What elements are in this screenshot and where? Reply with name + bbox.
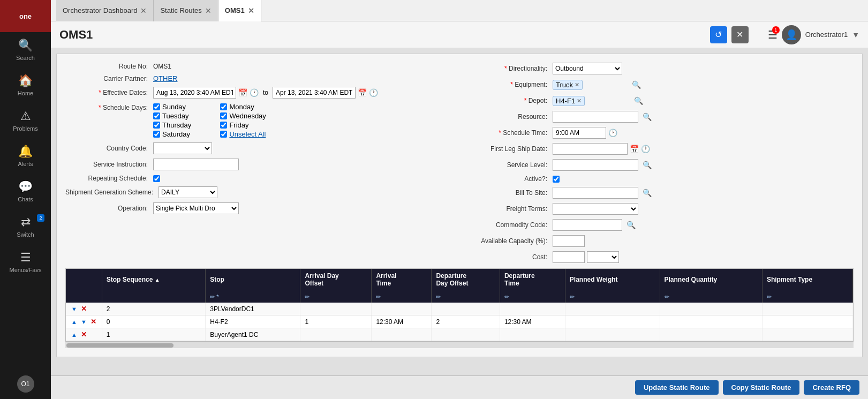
carrier-partner-value[interactable]: OTHER	[153, 74, 178, 82]
schedule-time-input[interactable]	[553, 127, 606, 139]
notification-icon[interactable]: ☰ 1	[768, 28, 778, 41]
directionality-label: Directionality:	[465, 65, 550, 72]
scroll-thumb[interactable]	[66, 343, 173, 348]
resource-search-icon[interactable]: 🔍	[643, 112, 652, 121]
equipment-chip-remove[interactable]: ✕	[575, 81, 579, 88]
bill-to-site-search-icon[interactable]: 🔍	[643, 189, 652, 197]
update-static-route-button[interactable]: Update Static Route	[635, 380, 719, 395]
row-down-button[interactable]: ▼	[70, 306, 78, 312]
close-button[interactable]: ✕	[731, 26, 749, 43]
subheader-arrival-day: ✏	[300, 290, 372, 303]
tab-close-icon[interactable]: ✕	[205, 7, 212, 14]
sidebar-item-switch[interactable]: ⇄ Switch 2	[0, 209, 51, 244]
service-level-input[interactable]	[553, 159, 638, 171]
row-planned-weight	[565, 315, 660, 328]
active-checkbox[interactable]	[553, 176, 560, 183]
tab-oms1[interactable]: OMS1 ✕	[218, 0, 261, 21]
row-down-button[interactable]: ▼	[80, 319, 88, 325]
resource-input[interactable]	[553, 111, 638, 123]
tab-close-icon[interactable]: ✕	[248, 7, 254, 14]
effective-date-to[interactable]	[273, 87, 356, 99]
tab-close-icon[interactable]: ✕	[140, 7, 147, 14]
edit-departure-day-icon[interactable]: ✏	[436, 293, 441, 300]
depot-input[interactable]	[587, 95, 630, 107]
edit-arrival-time-icon[interactable]: ✏	[376, 293, 381, 300]
freight-terms-select[interactable]	[553, 203, 638, 215]
edit-planned-weight-icon[interactable]: ✏	[570, 293, 575, 300]
first-leg-calendar-icon[interactable]: 📅	[630, 145, 639, 153]
repeating-schedule-checkbox[interactable]	[153, 175, 160, 182]
commodity-code-input[interactable]	[553, 219, 622, 231]
operation-select[interactable]: Single Pick Multi Dro	[153, 202, 239, 214]
sidebar-item-user-avatar[interactable]: O1	[0, 369, 51, 399]
subheader-departure-time: ✏	[500, 290, 565, 303]
service-level-search-icon[interactable]: 🔍	[643, 161, 652, 169]
sidebar-item-alerts[interactable]: 🔔 Alerts	[0, 138, 51, 174]
depot-search-icon[interactable]: 🔍	[634, 96, 643, 105]
col-planned-weight: Planned Weight	[565, 269, 660, 290]
available-capacity-input[interactable]	[553, 235, 585, 247]
effective-date-from[interactable]	[153, 87, 236, 99]
row-arrival-time	[372, 328, 432, 341]
first-leg-ship-date-input[interactable]	[553, 143, 628, 155]
first-leg-clock-icon[interactable]: 🕐	[641, 145, 650, 153]
tuesday-checkbox[interactable]	[153, 112, 160, 119]
row-departure-day-offset	[432, 303, 500, 315]
copy-static-route-button[interactable]: Copy Static Route	[723, 380, 800, 395]
commodity-code-search-icon[interactable]: 🔍	[627, 221, 636, 229]
edit-arrival-day-icon[interactable]: ✏	[305, 293, 310, 300]
row-delete-button[interactable]: ✕	[80, 305, 88, 313]
edit-planned-qty-icon[interactable]: ✏	[665, 293, 669, 300]
subheader-shipment-type: ✏	[762, 290, 852, 303]
user-avatar-header[interactable]: 👤	[782, 25, 801, 44]
warning-icon: ⚠	[20, 109, 31, 123]
table-row: ▲▼✕ 0 H4-F2 1 12:30 AM 2 12:30 AM	[66, 315, 853, 328]
service-instruction-input[interactable]	[153, 159, 239, 170]
directionality-select[interactable]: Outbound	[553, 63, 622, 74]
row-arrival-time: 12:30 AM	[372, 315, 432, 328]
sidebar-item-menus[interactable]: ☰ Menus/Favs	[0, 244, 51, 280]
wednesday-checkbox[interactable]	[220, 112, 227, 119]
unselect-all-link[interactable]: Unselect All	[229, 130, 266, 138]
sunday-checkbox[interactable]	[153, 103, 160, 110]
sidebar-item-search[interactable]: 🔍 Search	[0, 32, 51, 67]
unselect-all-checkbox[interactable]	[220, 131, 227, 138]
calendar-to-icon[interactable]: 📅	[358, 88, 367, 97]
saturday-checkbox[interactable]	[153, 131, 160, 138]
tab-static-routes[interactable]: Static Routes ✕	[154, 0, 218, 21]
sidebar-item-problems[interactable]: ⚠ Problems	[0, 103, 51, 138]
country-code-select[interactable]	[153, 142, 212, 154]
horizontal-scrollbar[interactable]	[65, 342, 854, 348]
clock-from-icon[interactable]: 🕐	[250, 88, 259, 97]
user-dropdown-arrow[interactable]: ▼	[852, 31, 859, 39]
depot-chip-remove[interactable]: ✕	[577, 97, 582, 104]
row-up-button[interactable]: ▲	[70, 319, 78, 325]
calendar-from-icon[interactable]: 📅	[238, 88, 247, 97]
cost-unit-select[interactable]	[587, 251, 619, 263]
equipment-search-icon[interactable]: 🔍	[632, 80, 641, 89]
thursday-checkbox[interactable]	[153, 122, 160, 129]
friday-checkbox[interactable]	[220, 122, 227, 129]
tab-orchestrator-dashboard[interactable]: Orchestrator Dashboard ✕	[56, 0, 154, 21]
row-arrival-day-offset	[300, 328, 372, 341]
row-up-button[interactable]: ▲	[70, 332, 78, 338]
edit-stop-icon[interactable]: ✏ *	[210, 293, 218, 300]
monday-checkbox[interactable]	[220, 103, 227, 110]
row-delete-button[interactable]: ✕	[89, 318, 97, 326]
sidebar-item-label: Menus/Favs	[10, 267, 42, 273]
sidebar-item-home[interactable]: 🏠 Home	[0, 67, 51, 103]
create-rfq-button[interactable]: Create RFQ	[804, 380, 859, 395]
row-delete-button[interactable]: ✕	[80, 330, 88, 338]
bill-to-site-input[interactable]	[553, 187, 638, 199]
shipment-gen-select[interactable]: DAILY	[158, 186, 217, 198]
row-planned-weight	[565, 303, 660, 315]
edit-shipment-type-icon[interactable]: ✏	[767, 293, 772, 300]
cost-input[interactable]	[553, 251, 585, 263]
clock-to-icon[interactable]: 🕐	[369, 88, 378, 97]
equipment-input[interactable]	[585, 79, 628, 91]
sidebar-item-chats[interactable]: 💬 Chats	[0, 174, 51, 209]
tab-label: Static Routes	[160, 6, 201, 14]
refresh-button[interactable]: ↺	[710, 26, 727, 43]
edit-departure-time-icon[interactable]: ✏	[504, 293, 509, 300]
schedule-time-clock-icon[interactable]: 🕐	[608, 129, 617, 137]
